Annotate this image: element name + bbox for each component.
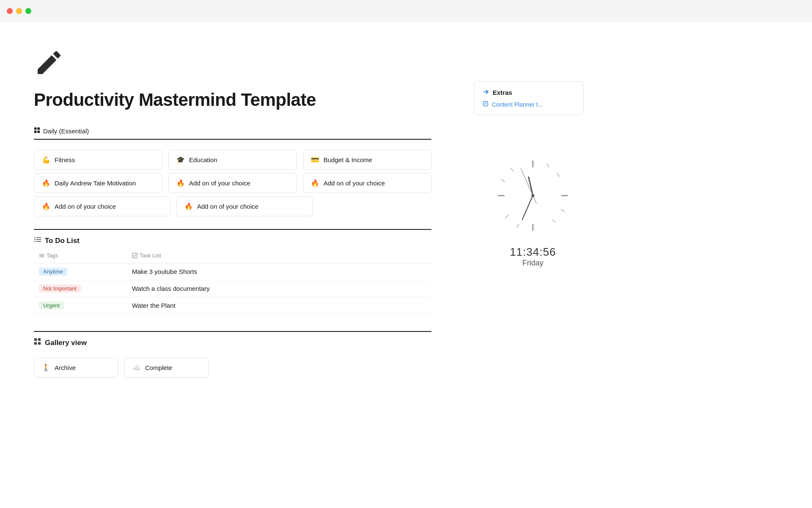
gallery-archive-label: Archive [55,364,76,371]
extras-box: Extras Content Planner t... [474,81,584,115]
close-button[interactable] [7,8,13,14]
budget-icon: 💳 [311,157,319,163]
svg-line-34 [522,196,533,220]
col-header-task: Task List [127,249,431,263]
todo-section: To Do List [34,229,431,249]
svg-rect-14 [34,338,37,341]
tate-icon: 🔥 [42,180,50,187]
card-addon4-label: Add on of your choice [197,203,258,210]
gallery-section-header: Gallery view [34,338,431,351]
content-area: Productivity Mastermind Template Daily (… [0,47,465,378]
table-row: Anytime Make 3 youtube Shorts [34,263,431,280]
gallery-section: Gallery view 🚶 Archive ☁️ Complete [34,331,431,378]
card-education-label: Education [189,156,217,163]
right-sidebar: Extras Content Planner t... [465,47,609,378]
gallery-icon [34,338,41,348]
card-daily-tate-label: Daily Andrew Tate Motivation [55,179,136,187]
archive-icon: 🚶 [42,364,50,371]
education-icon: 🎓 [176,157,185,163]
addon2-icon: 🔥 [311,180,319,187]
svg-line-31 [501,179,505,182]
addon4-icon: 🔥 [184,203,193,210]
table-row: Not Important Watch a class documentary [34,280,431,297]
gallery-title: Gallery view [45,339,87,347]
grid-icon [34,127,40,135]
fitness-icon: 💪 [42,157,50,163]
tag-badge-urgent: Urgent [39,301,64,309]
svg-rect-13 [132,253,137,258]
cards-row-3: 🔥 Add on of your choice 🔥 Add on of your… [34,196,313,216]
tag-cell-urgent: Urgent [34,297,127,314]
card-education[interactable]: 🎓 Education [168,150,297,170]
gallery-card-complete[interactable]: ☁️ Complete [124,358,209,378]
svg-rect-11 [39,255,44,256]
todo-table: Tags Task List Anytime [34,249,431,314]
svg-rect-1 [37,127,40,130]
tab-daily-essential[interactable]: Daily (Essential) [34,124,96,139]
gallery-complete-label: Complete [145,364,172,371]
clock-time: 11:34:56 [510,246,556,259]
svg-rect-18 [483,102,488,106]
svg-line-32 [510,168,514,171]
table-row: Urgent Water the Plant [34,297,431,314]
svg-rect-15 [38,338,41,341]
task-cell-1: Make 3 youtube Shorts [127,263,431,280]
col-header-tags: Tags [34,249,127,263]
svg-rect-16 [34,342,37,345]
extras-title: Extras [483,88,575,97]
card-daily-tate[interactable]: 🔥 Daily Andrew Tate Motivation [34,173,162,193]
card-budget-label: Budget & Income [324,156,372,163]
task-cell-3: Water the Plant [127,297,431,314]
maximize-button[interactable] [25,8,31,14]
page-title: Productivity Mastermind Template [34,90,431,110]
svg-line-26 [557,173,560,177]
card-addon2-label: Add on of your choice [324,179,385,187]
link-icon [483,101,488,108]
svg-rect-17 [38,342,41,345]
addon3-icon: 🔥 [42,203,50,210]
gallery-cards: 🚶 Archive ☁️ Complete [34,358,313,378]
content-planner-label: Content Planner t... [492,101,543,108]
svg-point-37 [532,194,535,197]
cards-row-1: 💪 Fitness 🎓 Education 💳 Budget & Income [34,150,431,170]
svg-line-27 [561,210,565,212]
todo-section-header: To Do List [34,236,431,249]
svg-line-33 [529,177,533,196]
svg-line-35 [521,168,533,196]
tab-daily-essential-label: Daily (Essential) [43,127,89,135]
card-addon3-label: Add on of your choice [55,203,116,210]
card-addon2[interactable]: 🔥 Add on of your choice [303,173,431,193]
todo-title: To Do List [45,237,80,245]
page-icon [34,47,431,80]
svg-rect-10 [39,254,44,254]
svg-line-25 [547,164,549,167]
gallery-card-archive[interactable]: 🚶 Archive [34,358,118,378]
task-cell-2: Watch a class documentary [127,280,431,297]
svg-rect-3 [37,130,40,133]
clock-widget: 11:34:56 Friday [474,149,592,268]
card-budget-income[interactable]: 💳 Budget & Income [303,150,431,170]
titlebar [0,0,812,22]
svg-rect-2 [34,130,37,133]
tag-cell-anytime: Anytime [34,263,127,280]
card-addon1[interactable]: 🔥 Add on of your choice [168,173,297,193]
checklist-icon [34,236,41,246]
tabs-bar: Daily (Essential) [34,124,431,140]
content-planner-link[interactable]: Content Planner t... [483,101,575,108]
tag-badge-anytime: Anytime [39,268,67,276]
svg-line-30 [505,215,509,218]
card-addon3[interactable]: 🔥 Add on of your choice [34,196,170,216]
complete-icon: ☁️ [132,364,141,371]
svg-rect-12 [39,257,44,257]
card-fitness-label: Fitness [55,156,75,163]
minimize-button[interactable] [16,8,22,14]
card-addon4[interactable]: 🔥 Add on of your choice [176,196,313,216]
card-fitness[interactable]: 💪 Fitness [34,150,162,170]
arrow-right-icon [483,88,489,97]
clock-day: Friday [522,259,543,268]
svg-line-29 [517,224,519,227]
tag-cell-not-important: Not Important [34,280,127,297]
svg-rect-0 [34,127,37,130]
tag-badge-not-important: Not Important [39,284,81,293]
clock-face [486,149,579,242]
